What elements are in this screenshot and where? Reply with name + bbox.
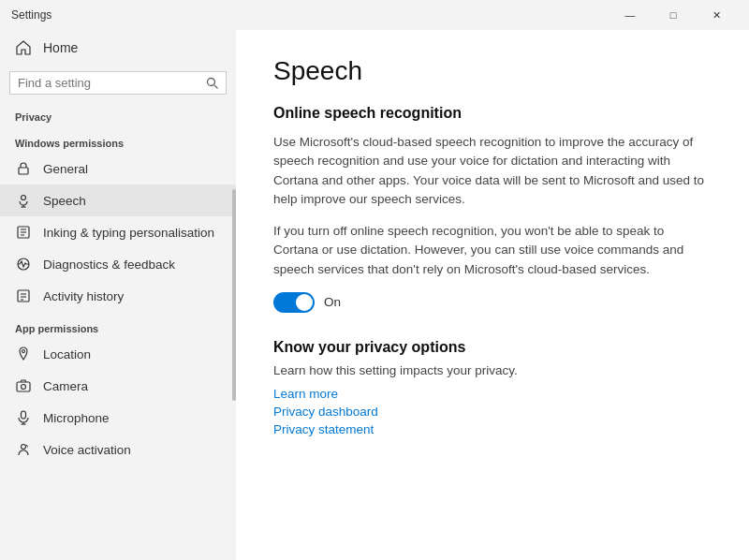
content-area: Speech Online speech recognition Use Mic… bbox=[236, 30, 749, 560]
sidebar-item-inking[interactable]: Inking & typing personalisation bbox=[0, 216, 236, 248]
diagnostics-icon bbox=[15, 256, 32, 273]
maximize-button[interactable]: □ bbox=[652, 0, 695, 30]
speech-paragraph2: If you turn off online speech recognitio… bbox=[273, 222, 712, 279]
svg-point-17 bbox=[22, 385, 26, 390]
microphone-label: Microphone bbox=[43, 411, 110, 425]
voice-icon bbox=[15, 441, 32, 458]
privacy-dashboard-link[interactable]: Privacy dashboard bbox=[273, 405, 712, 419]
search-input[interactable] bbox=[18, 76, 200, 90]
sidebar-item-general[interactable]: General bbox=[0, 153, 236, 184]
sidebar-scrollbar[interactable] bbox=[232, 30, 236, 560]
speech-paragraph1: Use Microsoft's cloud-based speech recog… bbox=[273, 133, 712, 209]
svg-point-21 bbox=[22, 445, 26, 449]
svg-point-3 bbox=[22, 196, 26, 200]
toggle-row: On bbox=[273, 292, 712, 313]
title-bar: Settings — □ ✕ bbox=[0, 0, 749, 30]
minimize-button[interactable]: — bbox=[609, 0, 652, 30]
search-icon bbox=[206, 77, 218, 89]
sidebar-item-location[interactable]: Location bbox=[0, 338, 236, 370]
privacy-links: Learn more Privacy dashboard Privacy sta… bbox=[273, 387, 712, 436]
sidebar-item-activity[interactable]: Activity history bbox=[0, 280, 236, 312]
inking-label: Inking & typing personalisation bbox=[43, 226, 214, 240]
svg-rect-18 bbox=[22, 411, 26, 419]
privacy-title: Know your privacy options bbox=[273, 339, 712, 356]
app-permissions-label: App permissions bbox=[0, 312, 236, 338]
toggle-knob bbox=[296, 294, 313, 311]
close-button[interactable]: ✕ bbox=[695, 0, 738, 30]
search-box bbox=[9, 71, 227, 95]
general-label: General bbox=[43, 162, 88, 176]
svg-rect-16 bbox=[17, 382, 30, 391]
svg-point-0 bbox=[208, 79, 215, 86]
svg-rect-2 bbox=[19, 168, 28, 174]
sidebar-item-diagnostics[interactable]: Diagnostics & feedback bbox=[0, 248, 236, 280]
diagnostics-label: Diagnostics & feedback bbox=[43, 258, 175, 272]
inking-icon bbox=[15, 224, 32, 241]
privacy-statement-link[interactable]: Privacy statement bbox=[273, 422, 712, 436]
online-speech-title: Online speech recognition bbox=[273, 105, 712, 122]
windows-permissions-label: Windows permissions bbox=[0, 126, 236, 153]
page-title: Speech bbox=[273, 56, 712, 86]
sidebar: Home Privacy Windows permissions bbox=[0, 30, 236, 560]
svg-line-1 bbox=[214, 85, 218, 89]
sidebar-item-home[interactable]: Home bbox=[0, 30, 236, 66]
speech-icon bbox=[15, 192, 32, 209]
svg-point-15 bbox=[22, 350, 25, 353]
toggle-label: On bbox=[324, 295, 341, 309]
home-label: Home bbox=[43, 40, 78, 55]
location-label: Location bbox=[43, 347, 91, 361]
voice-label: Voice activation bbox=[43, 443, 131, 457]
activity-icon bbox=[15, 287, 32, 304]
privacy-description: Learn how this setting impacts your priv… bbox=[273, 363, 712, 377]
learn-more-link[interactable]: Learn more bbox=[273, 387, 712, 401]
sidebar-item-voice[interactable]: Voice activation bbox=[0, 434, 236, 465]
speech-label: Speech bbox=[43, 194, 86, 208]
camera-icon bbox=[15, 377, 32, 394]
home-icon bbox=[15, 39, 32, 56]
camera-label: Camera bbox=[43, 379, 88, 393]
app-body: Home Privacy Windows permissions bbox=[0, 30, 749, 560]
app-title: Settings bbox=[11, 8, 609, 22]
microphone-icon bbox=[15, 409, 32, 426]
online-speech-toggle[interactable] bbox=[273, 292, 315, 313]
sidebar-item-camera[interactable]: Camera bbox=[0, 370, 236, 402]
location-icon bbox=[15, 346, 32, 362]
sidebar-item-microphone[interactable]: Microphone bbox=[0, 402, 236, 434]
privacy-section-label: Privacy bbox=[0, 100, 236, 126]
scrollbar-thumb bbox=[232, 189, 236, 401]
activity-label: Activity history bbox=[43, 289, 124, 303]
sidebar-item-speech[interactable]: Speech bbox=[0, 184, 236, 216]
window-controls: — □ ✕ bbox=[609, 0, 738, 30]
lock-icon bbox=[15, 160, 32, 177]
